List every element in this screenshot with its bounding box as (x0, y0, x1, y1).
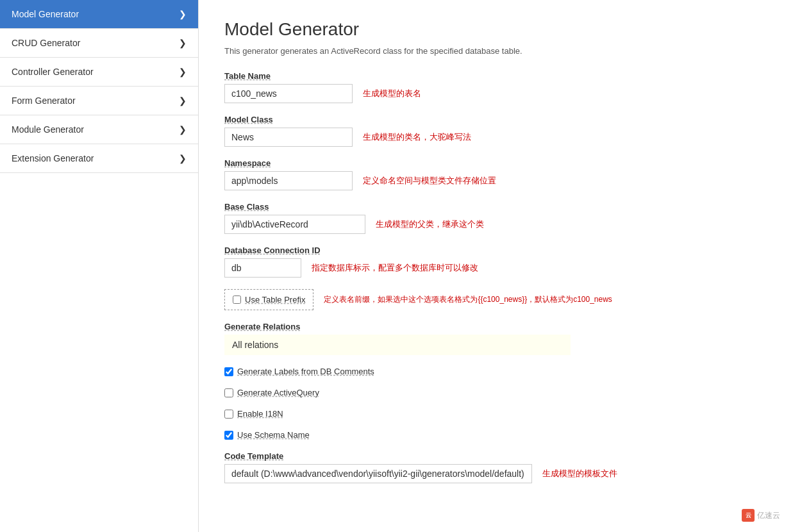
sidebar-item-label: Module Generator (12, 124, 84, 135)
watermark-icon: 云 (742, 509, 755, 522)
namespace-label: Namespace (224, 158, 767, 168)
generate-relations-group: Generate Relations All relations (224, 322, 767, 355)
base-class-group: Base Class 生成模型的父类，继承这个类 (224, 202, 767, 234)
model-class-label: Model Class (224, 115, 767, 124)
generate-activequery-label: Generate ActiveQuery (237, 388, 319, 397)
sidebar-item-label: Controller Generator (12, 67, 94, 77)
table-name-label: Table Name (224, 71, 767, 81)
sidebar-item-crud-generator[interactable]: CRUD Generator ❯ (0, 29, 198, 58)
namespace-row: 定义命名空间与模型类文件存储位置 (224, 171, 767, 190)
chevron-right-icon: ❯ (179, 124, 187, 135)
model-class-input[interactable] (224, 128, 353, 147)
table-name-row: 生成模型的表名 (224, 84, 767, 103)
enable-i18n-checkbox[interactable] (224, 410, 233, 419)
generate-labels-group: Generate Labels from DB Comments (224, 367, 767, 376)
sidebar-item-form-generator[interactable]: Form Generator ❯ (0, 87, 198, 115)
generate-labels-checkbox[interactable] (224, 367, 233, 376)
db-connection-label: Database Connection ID (224, 245, 767, 255)
namespace-input[interactable] (224, 171, 353, 190)
chevron-right-icon: ❯ (179, 9, 187, 19)
generate-relations-label: Generate Relations (224, 322, 767, 331)
generate-labels-label: Generate Labels from DB Comments (237, 367, 374, 376)
code-template-row: 生成模型的模板文件 (224, 464, 767, 483)
sidebar-item-label: Extension Generator (12, 153, 94, 163)
db-connection-group: Database Connection ID 指定数据库标示，配置多个数据库时可… (224, 245, 767, 278)
use-schema-name-label: Use Schema Name (237, 430, 310, 440)
sidebar: Model Generator ❯ CRUD Generator ❯ Contr… (0, 0, 199, 532)
enable-i18n-group: Enable I18N (224, 409, 767, 419)
sidebar-item-label: Model Generator (12, 9, 79, 19)
sidebar-item-extension-generator[interactable]: Extension Generator ❯ (0, 144, 198, 173)
base-class-hint: 生成模型的父类，继承这个类 (376, 219, 484, 230)
generate-activequery-checkbox[interactable] (224, 388, 233, 397)
code-template-label: Code Template (224, 451, 767, 461)
model-class-hint: 生成模型的类名，大驼峰写法 (363, 131, 471, 143)
enable-i18n-label: Enable I18N (237, 409, 283, 419)
watermark-icon-text: 云 (746, 511, 751, 520)
sidebar-item-label: CRUD Generator (12, 38, 80, 48)
sidebar-item-module-generator[interactable]: Module Generator ❯ (0, 115, 198, 144)
namespace-group: Namespace 定义命名空间与模型类文件存储位置 (224, 158, 767, 190)
page-title: Model Generator (224, 19, 767, 40)
chevron-right-icon: ❯ (179, 96, 187, 106)
use-table-prefix-label: Use Table Prefix (245, 295, 305, 304)
use-table-prefix-group: Use Table Prefix 定义表名前缀，如果选中这个选项表名格式为{{c… (224, 289, 767, 310)
code-template-group: Code Template 生成模型的模板文件 (224, 451, 767, 483)
chevron-right-icon: ❯ (179, 67, 187, 77)
use-table-prefix-box: Use Table Prefix (224, 289, 313, 310)
generate-relations-wrapper: All relations (224, 335, 571, 355)
model-class-row: 生成模型的类名，大驼峰写法 (224, 128, 767, 147)
table-name-input[interactable] (224, 84, 353, 103)
table-name-group: Table Name 生成模型的表名 (224, 71, 767, 103)
table-name-hint: 生成模型的表名 (363, 88, 421, 99)
main-content: Model Generator This generator generates… (199, 0, 793, 532)
namespace-hint: 定义命名空间与模型类文件存储位置 (363, 175, 496, 187)
chevron-right-icon: ❯ (179, 153, 187, 163)
model-class-group: Model Class 生成模型的类名，大驼峰写法 (224, 115, 767, 147)
generate-activequery-group: Generate ActiveQuery (224, 388, 767, 397)
base-class-input[interactable] (224, 215, 365, 234)
code-template-hint: 生成模型的模板文件 (542, 468, 617, 479)
use-schema-name-checkbox[interactable] (224, 431, 233, 440)
db-connection-input[interactable] (224, 258, 301, 278)
db-connection-row: 指定数据库标示，配置多个数据库时可以修改 (224, 258, 767, 278)
sidebar-item-model-generator[interactable]: Model Generator ❯ (0, 0, 198, 29)
watermark-text: 亿速云 (757, 510, 780, 521)
chevron-right-icon: ❯ (179, 38, 187, 48)
code-template-input[interactable] (224, 464, 532, 483)
db-connection-hint: 指定数据库标示，配置多个数据库时可以修改 (312, 262, 478, 274)
watermark: 云 亿速云 (742, 509, 780, 522)
page-description: This generator generates an ActiveRecord… (224, 46, 767, 56)
use-table-prefix-hint: 定义表名前缀，如果选中这个选项表名格式为{{c100_news}}，默认格式为c… (324, 294, 612, 305)
base-class-row: 生成模型的父类，继承这个类 (224, 215, 767, 234)
use-table-prefix-checkbox[interactable] (233, 295, 241, 304)
sidebar-item-label: Form Generator (12, 96, 76, 106)
generate-relations-value: All relations (232, 340, 278, 350)
use-schema-name-group: Use Schema Name (224, 430, 767, 440)
base-class-label: Base Class (224, 202, 767, 212)
sidebar-item-controller-generator[interactable]: Controller Generator ❯ (0, 58, 198, 87)
